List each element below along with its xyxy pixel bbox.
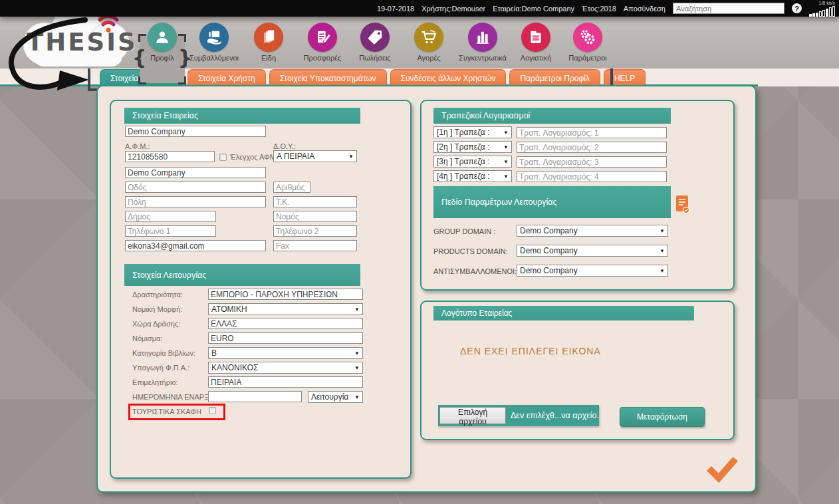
activity-label: Δραστηριότητα:: [132, 291, 183, 299]
tourist-vessels-checkbox[interactable]: [209, 407, 216, 414]
section-header-operation: Στοιχεία Λειτουργίας: [124, 264, 360, 286]
doy-label: Δ.Ο.Υ.:: [273, 142, 296, 150]
prefecture-input[interactable]: [273, 211, 357, 222]
municipality-input[interactable]: [125, 211, 216, 222]
chevron-down-icon: ▼: [354, 307, 360, 313]
logo-wordmark: THESIS: [27, 28, 138, 57]
bank4-select[interactable]: [4η ] Τραπεζα :▼: [433, 170, 512, 182]
upload-button[interactable]: Μεταφόρτωση: [620, 407, 705, 427]
start-date-label: ΗΜΕΡΟΜΗΝΙΑ ΕΝΑΡΞΗΣ: [132, 393, 219, 401]
topbar-user: Χρήστης:Demouser: [421, 5, 485, 13]
topbar-date: 19-07-2018: [377, 5, 414, 13]
company-name-input[interactable]: [125, 126, 266, 137]
section-header-company: Στοιχεία Εταιρείας: [124, 108, 360, 124]
group-domain-select[interactable]: Demo Company▼: [517, 225, 668, 237]
legal-form-select[interactable]: ΑΤΟΜΙΚΗ▼: [208, 303, 363, 315]
currency-input[interactable]: [208, 332, 363, 344]
country-input[interactable]: [208, 318, 363, 329]
tab-profile-params[interactable]: Παράμετροι Προφίλ: [509, 69, 600, 86]
section-header-banks: Τραπεζικοί Λογαριασμοί: [433, 108, 671, 124]
chevron-down-icon: ▼: [659, 268, 665, 274]
toolbar-label: Παράμετροι: [568, 54, 606, 62]
afm-input[interactable]: [125, 151, 215, 162]
bank3-select[interactable]: [3η ] Τραπεζα :▼: [433, 156, 512, 168]
products-domain-label: PRODUCTS DOMAIN:: [433, 247, 508, 255]
phone2-input[interactable]: [273, 225, 357, 237]
tab-help[interactable]: HELP: [604, 69, 646, 86]
tab-user-details[interactable]: Στοιχεία Χρήστη: [187, 69, 266, 86]
vat-label: Υπαγωγή Φ.Π.Α.:: [132, 364, 189, 372]
logout-link[interactable]: Αποσύνδεση: [624, 5, 665, 13]
contacts-icon: [199, 23, 229, 52]
toolbar-label: Πωλήσεις: [359, 54, 390, 62]
toolbar-label: Λογιστική: [521, 54, 552, 62]
topbar-company: Εταιρεία:Demo Company: [493, 5, 574, 13]
search-input[interactable]: [673, 3, 784, 14]
topbar: 19-07-2018 Χρήστης:Demouser Εταιρεία:Dem…: [0, 0, 839, 17]
bank1-select[interactable]: [1η ] Τραπεζα :▼: [433, 126, 512, 138]
group-domain-label: GROUP DOMAIN :: [433, 227, 495, 235]
thesis-app: 19-07-2018 Χρήστης:Demouser Εταιρεία:Dem…: [0, 0, 839, 504]
company-name2-input[interactable]: [125, 167, 266, 178]
bank1-account-input[interactable]: [517, 127, 667, 138]
company-logo-panel: Λογότυπο Εταιρείας ΔΕΝ ΕΧΕΙ ΕΠΙΛΕΓΕΙ ΕΙΚ…: [420, 301, 735, 440]
tab-branches[interactable]: Στοιχεία Υποκαταστημάτων: [269, 69, 387, 86]
afm-check-checkbox[interactable]: [219, 154, 227, 161]
city-input[interactable]: [125, 196, 266, 207]
currency-label: Νόμισμα:: [132, 334, 162, 342]
reports-icon: [468, 23, 497, 52]
no-image-text: ΔΕΝ ΕΧΕΙ ΕΠΙΛΕΓΕΙ ΕΙΚΟΝΑ: [460, 346, 601, 356]
chevron-down-icon: ▼: [659, 248, 665, 254]
doy-select[interactable]: Α ΠΕΙΡΑΙΑ▼: [273, 150, 357, 162]
wifi-icon: [100, 16, 117, 25]
bank2-select[interactable]: [2η ] Τραπεζα :▼: [433, 141, 512, 153]
chevron-down-icon: ▼: [503, 144, 509, 150]
accounting-icon: [521, 23, 550, 52]
street-number-input[interactable]: [273, 182, 310, 193]
phone1-input[interactable]: [125, 225, 216, 237]
confirm-check-icon[interactable]: [707, 457, 737, 484]
activity-input[interactable]: [208, 289, 363, 300]
counterparties-label: ΑΝΤΙΣΥΜΒΑΛΛΟΜΕΝΟΙ:: [433, 267, 517, 275]
street-input[interactable]: [125, 182, 266, 193]
chevron-down-icon: ▼: [503, 174, 509, 180]
help-icon[interactable]: ?: [792, 3, 802, 13]
bank3-account-input[interactable]: [517, 156, 667, 168]
afm-check-label: Έλεγχος ΑΦΜ: [230, 153, 276, 161]
params-document-icon: [675, 195, 691, 215]
start-mode-select[interactable]: Λειτουργία▼: [308, 391, 363, 403]
start-date-input[interactable]: [208, 391, 302, 402]
chevron-down-icon: ▼: [503, 159, 509, 165]
toolbar-label: Συγκεντρωτικά: [459, 54, 507, 62]
chevron-down-icon: ▼: [659, 228, 665, 234]
email-input[interactable]: [125, 240, 266, 251]
afm-label: Α.Φ.Μ.:: [125, 142, 150, 150]
vat-select[interactable]: ΚΑΝΟΝΙΚΟΣ▼: [208, 362, 363, 374]
profile-icon: [148, 23, 177, 52]
bank4-account-input[interactable]: [517, 171, 667, 182]
toolbar-item-settings[interactable]: Παράμετροι: [556, 23, 620, 66]
toolbar-label: Αγορές: [417, 54, 440, 62]
counterparties-select[interactable]: Demo Company▼: [517, 265, 668, 277]
zip-input[interactable]: [273, 196, 357, 207]
file-input-wrap: Επιλογή αρχείου Δεν επιλέχθ...να αρχείο.: [438, 405, 599, 426]
books-category-label: Κατηγορία Βιβλίων:: [132, 349, 195, 357]
settings-icon: [573, 23, 602, 52]
bank2-account-input[interactable]: [517, 142, 667, 153]
tourist-vessels-label: ΤΟΥΡΙΣΤΙΚΑ ΣΚΑΦΗ: [132, 408, 201, 416]
products-domain-select[interactable]: Demo Company▼: [517, 245, 668, 257]
toolbar-label: Προσφορές: [304, 54, 342, 62]
topbar-year: Έτος:2018: [582, 5, 616, 13]
offers-icon: [308, 23, 337, 52]
books-category-select[interactable]: Β▼: [208, 347, 363, 359]
company-info-panel: Στοιχεία Εταιρείας Α.Φ.Μ.: Δ.Ο.Υ.: Έλεγχ…: [110, 100, 412, 479]
fax-input[interactable]: [273, 240, 357, 251]
chamber-label: Επιμελητήριο:: [132, 378, 178, 386]
items-icon: [254, 23, 283, 52]
chamber-input[interactable]: [208, 376, 363, 388]
section-header-params: Πεδίο Παραμέτρων Λειτουργίας: [433, 186, 671, 218]
tab-user-connections[interactable]: Συνδέσεις άλλων Χρηστών: [390, 69, 507, 86]
chevron-down-icon: ▼: [503, 130, 509, 136]
choose-file-button[interactable]: Επιλογή αρχείου: [439, 407, 506, 424]
toolbar-label: Είδη: [261, 54, 276, 62]
